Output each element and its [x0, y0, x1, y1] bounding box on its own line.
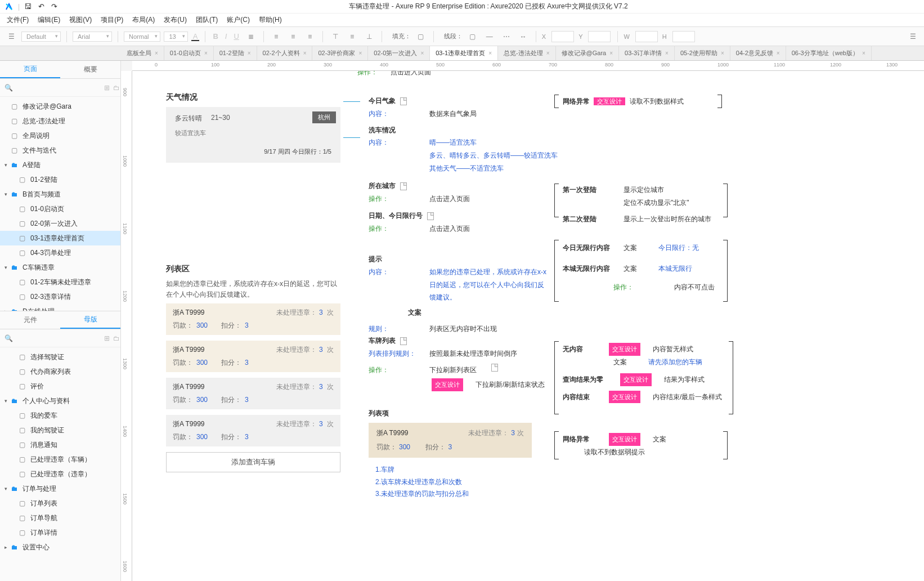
expand-toggle-icon[interactable]: ▾ [5, 398, 11, 404]
add-master-icon[interactable]: ⊞ [104, 334, 110, 342]
search-input[interactable] [16, 334, 101, 342]
document-tab[interactable]: 01-0启动页× [164, 46, 214, 60]
close-icon[interactable]: × [488, 50, 492, 56]
font-color-icon[interactable]: A [191, 32, 200, 41]
expand-toggle-icon[interactable]: ▸ [5, 544, 11, 550]
line-style-icon[interactable]: ⋯ [500, 30, 513, 43]
bullet-list-icon[interactable]: ≣ [244, 30, 258, 43]
tree-page[interactable]: ▢我的爱车 [0, 408, 120, 423]
add-folder-icon[interactable]: 🗀 [113, 334, 120, 342]
tree-page[interactable]: ▢选择驾驶证 [0, 350, 120, 364]
undo-icon[interactable]: ↶ [38, 2, 44, 11]
h-input[interactable] [672, 31, 695, 42]
document-tab[interactable]: 06-3分享地址（web版）× [786, 46, 872, 60]
car-list-item[interactable]: 浙A T9999未处理违章：3 次罚款：300扣分：3 [166, 303, 340, 335]
car-list-item[interactable]: 浙A T9999未处理违章：3 次罚款：300扣分：3 [166, 341, 340, 372]
close-icon[interactable]: × [546, 50, 550, 56]
close-icon[interactable]: × [721, 50, 724, 56]
car-list-item[interactable]: 浙A T9999未处理违章：3 次罚款：300扣分：3 [166, 378, 340, 409]
add-car-button[interactable]: 添加查询车辆 [166, 452, 340, 472]
tree-page[interactable]: ▢全局说明 [0, 128, 120, 143]
car-list-item[interactable]: 浙A T9999未处理违章：3 次罚款：300扣分：3 [166, 415, 340, 446]
tree-page[interactable]: ▢02-0第一次进入 [0, 216, 120, 231]
italic-icon[interactable]: I [223, 32, 229, 41]
save-icon[interactable]: 🖫 [24, 2, 32, 11]
menu-team[interactable]: 团队(T) [196, 15, 218, 25]
tree-page[interactable]: ▢订单详情 [0, 525, 120, 540]
search-input[interactable] [16, 84, 101, 92]
search-icon[interactable]: 🔍 [5, 84, 13, 92]
line-width-icon[interactable]: — [483, 30, 496, 43]
tree-page[interactable]: ▢评价 [0, 379, 120, 394]
close-icon[interactable]: × [420, 50, 424, 56]
font-dropdown[interactable]: Arial [73, 32, 112, 42]
tree-page[interactable]: ▢订单导航 [0, 511, 120, 525]
font-size-dropdown[interactable]: 13 [164, 32, 187, 42]
expand-toggle-icon[interactable]: ▾ [5, 486, 11, 491]
tree-folder[interactable]: ▾🖿A登陆 [0, 158, 120, 172]
document-tab[interactable]: 01-2登陆× [214, 46, 257, 60]
tree-page[interactable]: ▢我的驾驶证 [0, 423, 120, 437]
tree-page[interactable]: ▢订单列表 [0, 496, 120, 511]
menu-view[interactable]: 视图(V) [69, 15, 92, 25]
close-icon[interactable]: × [862, 50, 865, 56]
redo-icon[interactable]: ↷ [51, 2, 57, 11]
tree-page[interactable]: ▢已处理违章（违章） [0, 467, 120, 481]
align-left-icon[interactable]: ≡ [270, 30, 283, 43]
document-tab[interactable]: 03-1违章处理首页× [430, 46, 498, 60]
tree-folder[interactable]: ▸🖿设置中心 [0, 540, 120, 555]
tree-page[interactable]: ▢代办商家列表 [0, 364, 120, 379]
tree-page[interactable]: ▢文件与迭代 [0, 143, 120, 158]
tree-page[interactable]: ▢01-2登陆 [0, 172, 120, 187]
align-center-icon[interactable]: ≡ [286, 30, 300, 43]
document-tab[interactable]: 总览-违法处理× [498, 46, 556, 60]
close-icon[interactable]: × [155, 50, 158, 56]
search-icon[interactable]: 🔍 [5, 334, 13, 342]
close-icon[interactable]: × [204, 50, 208, 56]
document-tab[interactable]: 04-2意见反馈× [730, 46, 786, 60]
close-icon[interactable]: × [248, 50, 251, 56]
tree-folder[interactable]: ▾🖿个人中心与资料 [0, 394, 120, 408]
tab-pages[interactable]: 页面 [0, 61, 60, 78]
tree-page[interactable]: ▢修改记录@Gara [0, 99, 120, 114]
close-icon[interactable]: × [665, 50, 669, 56]
tree-page[interactable]: ▢02-3违章详情 [0, 289, 120, 304]
document-tab[interactable]: 02-2个人资料× [257, 46, 313, 60]
y-input[interactable] [588, 31, 611, 42]
menu-publish[interactable]: 发布(U) [164, 15, 187, 25]
menu-edit[interactable]: 编辑(E) [38, 15, 60, 25]
menu-help[interactable]: 帮助(H) [259, 15, 282, 25]
tree-folder[interactable]: ▾🖿C车辆违章 [0, 260, 120, 275]
tree-page[interactable]: ▢已处理违章（车辆） [0, 452, 120, 467]
close-icon[interactable]: × [777, 50, 780, 56]
tree-page[interactable]: ▢总览-违法处理 [0, 114, 120, 128]
tree-folder[interactable]: ▾🖿订单与处理 [0, 481, 120, 496]
tree-page[interactable]: ▢04-3罚单处理 [0, 245, 120, 260]
x-input[interactable] [551, 31, 574, 42]
valign-middle-icon[interactable]: ≡ [346, 30, 359, 43]
expand-toggle-icon[interactable]: ▾ [5, 191, 11, 197]
tree-page[interactable]: ▢01-0启动页 [0, 202, 120, 216]
document-tab[interactable]: 修改记录@Gara× [556, 46, 619, 60]
menu-file[interactable]: 文件(F) [7, 15, 29, 25]
arrow-icon[interactable]: ↔ [517, 30, 530, 43]
close-icon[interactable]: × [609, 50, 613, 56]
fill-color-icon[interactable]: ▢ [414, 30, 428, 43]
menu-project[interactable]: 项目(P) [101, 15, 123, 25]
tree-page[interactable]: ▢消息通知 [0, 437, 120, 452]
bold-icon[interactable]: B [211, 32, 219, 41]
toggle-left-panel-icon[interactable]: ☰ [5, 30, 18, 43]
underline-icon[interactable]: U [232, 32, 240, 41]
w-input[interactable] [635, 31, 658, 42]
close-icon[interactable]: × [359, 50, 362, 56]
expand-toggle-icon[interactable]: ▾ [5, 162, 11, 168]
line-color-icon[interactable]: ▢ [466, 30, 479, 43]
add-page-icon[interactable]: ⊞ [104, 84, 110, 92]
menu-account[interactable]: 账户(C) [227, 15, 250, 25]
document-tab[interactable]: 02-3评价商家× [312, 46, 368, 60]
add-folder-icon[interactable]: 🗀 [113, 84, 120, 92]
expand-toggle-icon[interactable]: ▾ [5, 265, 11, 270]
tab-masters[interactable]: 母版 [60, 311, 120, 329]
tree-folder[interactable]: ▾🖿B首页与频道 [0, 187, 120, 202]
tab-outline[interactable]: 概要 [60, 61, 120, 78]
